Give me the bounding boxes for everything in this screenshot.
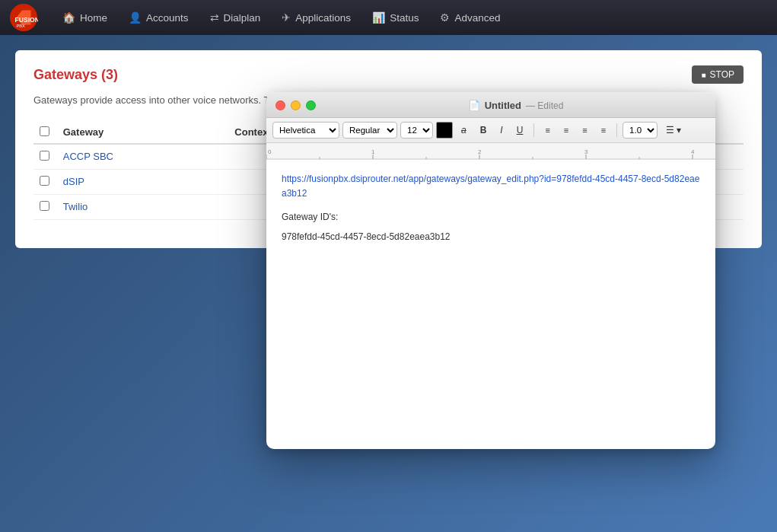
navbar: FUSION PBX 🏠 Home 👤 Accounts ⇄ Dialplan … — [0, 0, 777, 35]
window-minimize-button[interactable] — [291, 100, 301, 110]
gateway-name-1: dSIP — [57, 169, 229, 194]
card-header: Gateways (3) ■ STOP — [33, 65, 744, 84]
nav-status[interactable]: 📊 Status — [363, 7, 428, 28]
svg-text:FUSION: FUSION — [15, 16, 38, 24]
font-select[interactable]: Helvetica — [272, 122, 339, 139]
row-checkbox-0[interactable] — [40, 151, 49, 161]
italic-button[interactable]: I — [495, 122, 508, 139]
text-editor-ruler: 0 1 2 3 4 — [266, 143, 715, 160]
content-url: https://fusionpbx.dsiprouter.net/app/gat… — [282, 172, 700, 201]
home-icon: 🏠 — [62, 11, 75, 24]
nav-applications[interactable]: ✈ Applications — [272, 7, 360, 28]
bold-label: B — [480, 125, 487, 135]
color-swatch[interactable] — [436, 122, 453, 139]
align-left-button[interactable]: ≡ — [540, 122, 555, 139]
nav-status-label: Status — [390, 12, 419, 24]
svg-text:3: 3 — [584, 148, 588, 155]
dialplan-icon: ⇄ — [210, 11, 219, 24]
svg-text:0: 0 — [268, 148, 272, 155]
underline-button[interactable]: U — [511, 122, 529, 139]
text-editor-titlebar: 📄 Untitled — Edited — [266, 92, 715, 118]
nav-dialplan[interactable]: ⇄ Dialplan — [201, 7, 270, 28]
style-select[interactable]: Regular — [342, 122, 397, 139]
text-editor-toolbar: Helvetica Regular 12 a B I — [266, 118, 715, 143]
strikethrough-button[interactable]: a — [456, 122, 472, 139]
svg-text:1: 1 — [371, 148, 375, 155]
svg-rect-3 — [266, 143, 715, 160]
text-editor-title: Untitled — [485, 100, 521, 111]
content-gateway-ids-label: Gateway ID's: — [282, 210, 700, 225]
nav-advanced-label: Advanced — [454, 12, 500, 24]
status-icon: 📊 — [372, 11, 385, 24]
italic-label: I — [500, 125, 502, 135]
toolbar-separator-1 — [533, 123, 534, 137]
nav-accounts-label: Accounts — [146, 12, 189, 24]
text-editor-content[interactable]: https://fusionpbx.dsiprouter.net/app/gat… — [266, 160, 715, 449]
select-all-checkbox[interactable] — [40, 126, 49, 136]
ruler-svg: 0 1 2 3 4 — [266, 143, 715, 160]
toolbar-separator-2 — [616, 123, 617, 137]
nav-accounts[interactable]: 👤 Accounts — [119, 7, 198, 28]
col-check-header — [33, 122, 57, 144]
text-editor-window: 📄 Untitled — Edited Helvetica Regular 12 — [266, 92, 715, 449]
bold-button[interactable]: B — [475, 122, 492, 139]
stop-icon: ■ — [701, 71, 705, 79]
underline-label: U — [517, 125, 524, 135]
nav-home[interactable]: 🏠 Home — [53, 7, 116, 28]
gateway-link-2[interactable]: Twilio — [63, 201, 88, 212]
col-gateway-header: Gateway — [57, 122, 229, 144]
nav-advanced[interactable]: ⚙ Advanced — [431, 7, 509, 28]
text-editor-edited-badge: — Edited — [526, 100, 563, 111]
fusionpbx-logo: FUSION PBX — [9, 3, 38, 32]
row-checkbox-1[interactable] — [40, 176, 49, 186]
accounts-icon: 👤 — [129, 11, 142, 24]
window-maximize-button[interactable] — [306, 100, 316, 110]
nav-dialplan-label: Dialplan — [224, 12, 261, 24]
document-icon: 📄 — [468, 100, 480, 111]
stop-button[interactable]: ■ STOP — [692, 65, 744, 84]
text-editor-title-area: 📄 Untitled — Edited — [325, 100, 706, 111]
stop-label: STOP — [710, 69, 734, 80]
gateways-card: Gateways (3) ■ STOP Gateways provide acc… — [15, 50, 762, 248]
row-check-2 — [33, 194, 57, 219]
align-right-button[interactable]: ≡ — [577, 122, 592, 139]
advanced-icon: ⚙ — [440, 11, 450, 24]
nav-home-label: Home — [80, 12, 107, 24]
strikethrough-label: a — [461, 125, 467, 135]
applications-icon: ✈ — [282, 11, 291, 24]
page-title: Gateways (3) — [33, 67, 118, 83]
svg-text:2: 2 — [478, 148, 482, 155]
list-button[interactable]: ☰ ▾ — [661, 122, 686, 139]
row-checkbox-2[interactable] — [40, 201, 49, 211]
align-justify-button[interactable]: ≡ — [596, 122, 611, 139]
content-gateway-id: 978fefdd-45cd-4457-8ecd-5d82eaea3b12 — [282, 230, 700, 244]
gateway-name-2: Twilio — [57, 194, 229, 219]
nav-applications-label: Applications — [295, 12, 351, 24]
row-check-0 — [33, 144, 57, 170]
main-content: Gateways (3) ■ STOP Gateways provide acc… — [0, 35, 777, 248]
row-check-1 — [33, 169, 57, 194]
line-spacing-select[interactable]: 1.0 — [623, 122, 658, 139]
size-select[interactable]: 12 — [400, 122, 433, 139]
gateway-link-1[interactable]: dSIP — [63, 176, 84, 187]
traffic-lights — [275, 100, 316, 110]
align-center-button[interactable]: ≡ — [559, 122, 574, 139]
svg-text:4: 4 — [691, 148, 695, 155]
gateway-name-0: ACCP SBC — [57, 144, 229, 170]
gateway-link-0[interactable]: ACCP SBC — [63, 151, 113, 162]
brand-logo-container: FUSION PBX — [9, 3, 38, 32]
window-close-button[interactable] — [275, 100, 285, 110]
svg-text:PBX: PBX — [17, 24, 26, 28]
